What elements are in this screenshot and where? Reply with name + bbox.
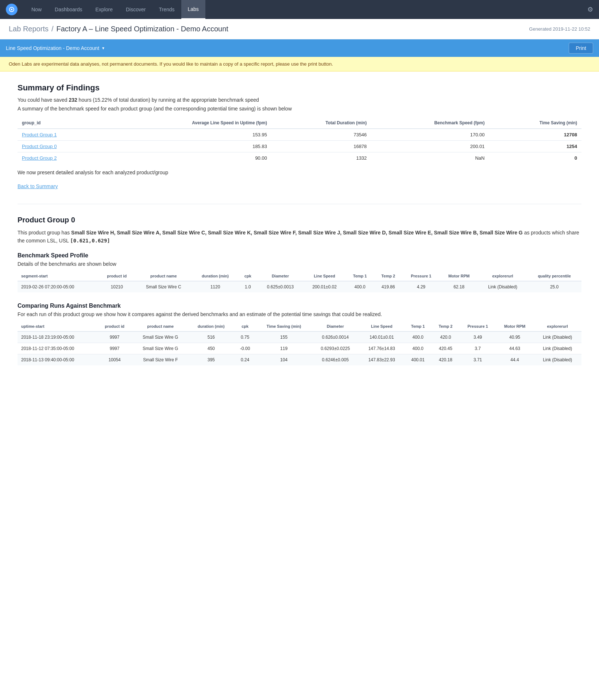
b-diameter: 0.625±0.0013 [258, 281, 304, 292]
c-line-speed-2: 147.83±22.93 [359, 354, 404, 366]
c-cpk-2: 0.24 [234, 354, 256, 366]
c-time-saving-2: 104 [256, 354, 312, 366]
c-time-saving-1: 119 [256, 343, 312, 354]
summary-section: Summary of Findings You could have saved… [18, 83, 581, 195]
settings-gear-icon[interactable]: ⚙ [587, 5, 593, 13]
benchmark-1: 170.00 [371, 129, 489, 141]
total-dur-1: 73546 [271, 129, 371, 141]
chevron-down-icon: ▾ [102, 46, 104, 51]
c-duration-0: 516 [189, 331, 234, 343]
nav-item-trends[interactable]: Trends [152, 0, 181, 19]
product-group-0-desc: This product group has Small Size Wire H… [18, 229, 581, 245]
c-diameter-1: 0.6293±0.0225 [311, 343, 359, 354]
c-motor-rpm-2: 44.4 [496, 354, 534, 366]
b-product-id: 10210 [99, 281, 135, 292]
summary-line2: A summary of the benchmark speed for eac… [18, 106, 581, 112]
ch-uptime-start: uptime-start [18, 322, 97, 331]
report-selector[interactable]: Line Speed Optimization - Demo Account ▾ [6, 45, 104, 51]
time-saving-2: 0 [489, 152, 581, 164]
ch-time-saving: Time Saving (min) [256, 322, 312, 331]
bh-explorerurl: explorerurl [478, 271, 527, 281]
ch-motor-rpm: Motor RPM [496, 322, 534, 331]
comparing-table-wrapper: uptime-start product id product name dur… [18, 322, 581, 365]
b-explorerurl[interactable]: Link (Disabled) [478, 281, 527, 292]
nav-item-explore[interactable]: Explore [89, 0, 119, 19]
total-dur-0: 16878 [271, 141, 371, 152]
table-row: 2018-11-12 07:35:00-05:00 9997 Small Siz… [18, 343, 581, 354]
group-link-0[interactable]: Product Group 0 [18, 141, 104, 152]
c-cpk-1: -0.00 [234, 343, 256, 354]
b-line-speed: 200.01±0.02 [303, 281, 346, 292]
c-uptime-start-0: 2018-11-18 23:19:00-05:00 [18, 331, 97, 343]
nav-item-discover[interactable]: Discover [119, 0, 152, 19]
col-benchmark-speed: Benchmark Speed (fpm) [371, 117, 489, 129]
b-pressure1: 4.29 [402, 281, 440, 292]
summary-line1-prefix: You could have saved [18, 97, 69, 103]
c-explorerurl-0[interactable]: Link (Disabled) [533, 331, 581, 343]
ch-cpk: cpk [234, 322, 256, 331]
c-explorerurl-1[interactable]: Link (Disabled) [533, 343, 581, 354]
c-product-id-2: 10054 [97, 354, 132, 366]
b-segment-start: 2019-02-26 07:20:00-05:00 [18, 281, 99, 292]
nav-item-labs[interactable]: Labs [181, 0, 205, 19]
nav-item-now[interactable]: Now [25, 0, 48, 19]
warning-banner: Oden Labs are experimental data analyses… [0, 57, 599, 71]
navbar: Now Dashboards Explore Discover Trends L… [0, 0, 599, 19]
c-product-name-2: Small Size Wire F [132, 354, 189, 366]
ch-diameter: Diameter [311, 322, 359, 331]
avg-speed-2: 90.00 [104, 152, 271, 164]
summary-table: group_id Average Line Speed in Uptime (f… [18, 117, 581, 164]
bh-product-name: product name [135, 271, 192, 281]
ch-explorerurl: explorerurl [533, 322, 581, 331]
table-row: Product Group 1 153.95 73546 170.00 1270… [18, 129, 581, 141]
c-explorerurl-2[interactable]: Link (Disabled) [533, 354, 581, 366]
group-link-2[interactable]: Product Group 2 [18, 152, 104, 164]
bh-segment-start: segment-start [18, 271, 99, 281]
c-motor-rpm-1: 44.63 [496, 343, 534, 354]
col-group-id: group_id [18, 117, 104, 129]
avg-speed-0: 185.83 [104, 141, 271, 152]
avg-speed-1: 153.95 [104, 129, 271, 141]
bh-pressure1: Pressure 1 [402, 271, 440, 281]
c-time-saving-0: 155 [256, 331, 312, 343]
comparing-table: uptime-start product id product name dur… [18, 322, 581, 365]
print-button[interactable]: Print [569, 43, 593, 54]
breadcrumb: Lab Reports / Factory A – Line Speed Opt… [9, 25, 228, 33]
time-saving-0: 1254 [489, 141, 581, 152]
desc-products-bold: Small Size Wire H, Small Size Wire A, Sm… [71, 230, 523, 236]
c-pressure1-0: 3.49 [459, 331, 496, 343]
table-row: Product Group 0 185.83 16878 200.01 1254 [18, 141, 581, 152]
breadcrumb-lab-reports: Lab Reports [9, 25, 49, 33]
benchmark-table-wrapper: segment-start product id product name du… [18, 271, 581, 292]
c-motor-rpm-0: 40.95 [496, 331, 534, 343]
c-temp1-2: 400.01 [404, 354, 432, 366]
b-temp2: 419.86 [374, 281, 402, 292]
b-temp1: 400.0 [346, 281, 374, 292]
bh-cpk: cpk [238, 271, 257, 281]
group-link-1[interactable]: Product Group 1 [18, 129, 104, 141]
ch-product-id: product id [97, 322, 132, 331]
section-divider [18, 204, 581, 204]
ch-temp2: Temp 2 [432, 322, 460, 331]
ch-temp1: Temp 1 [404, 322, 432, 331]
product-group-0-title: Product Group 0 [18, 216, 581, 224]
report-selector-label: Line Speed Optimization - Demo Account [6, 45, 99, 51]
table-row: Product Group 2 90.00 1332 NaN 0 [18, 152, 581, 164]
c-pressure1-2: 3.71 [459, 354, 496, 366]
benchmark-table: segment-start product id product name du… [18, 271, 581, 292]
app-logo [6, 4, 18, 15]
benchmark-profile-desc: Details of the benchmarks are shown belo… [18, 261, 581, 267]
nav-item-dashboards[interactable]: Dashboards [48, 0, 89, 19]
c-pressure1-1: 3.7 [459, 343, 496, 354]
detailed-analysis-text: We now present detailed analysis for eac… [18, 170, 581, 175]
page-header: Lab Reports / Factory A – Line Speed Opt… [0, 19, 599, 39]
bh-diameter: Diameter [258, 271, 304, 281]
warning-text: Oden Labs are experimental data analyses… [9, 61, 333, 67]
back-to-summary-link[interactable]: Back to Summary [18, 183, 58, 189]
c-duration-2: 395 [189, 354, 234, 366]
ch-pressure1: Pressure 1 [459, 322, 496, 331]
c-product-id-0: 9997 [97, 331, 132, 343]
c-temp1-1: 400.0 [404, 343, 432, 354]
main-content: Summary of Findings You could have saved… [0, 71, 599, 700]
total-dur-2: 1332 [271, 152, 371, 164]
